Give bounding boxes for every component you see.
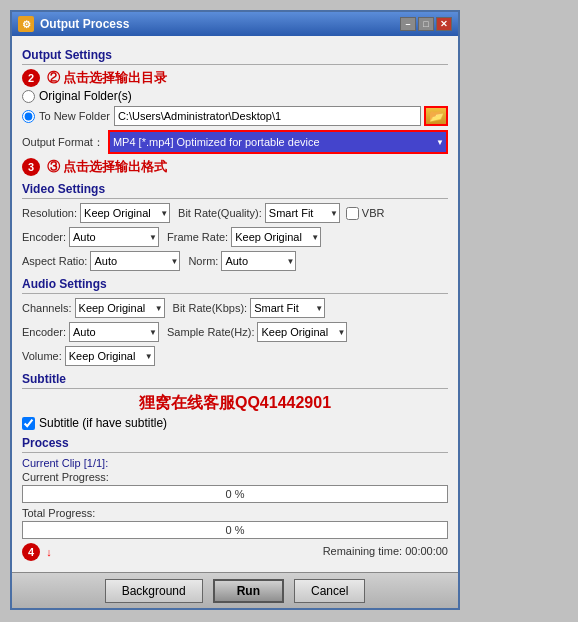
annotation-2: 2 ② 点击选择输出目录: [22, 70, 167, 85]
subtitle-header: Subtitle: [22, 372, 448, 389]
output-process-window: ⚙ Output Process – □ ✕ Output Settings 2…: [10, 10, 460, 610]
audio-encoder-select-wrapper: Auto: [69, 322, 159, 342]
encoder-select-wrapper: Auto: [69, 227, 159, 247]
audio-encoder-label: Encoder:: [22, 326, 66, 338]
current-progress-label: Current Progress:: [22, 471, 448, 483]
aspect-select-wrapper: Auto: [90, 251, 180, 271]
format-label: Output Format：: [22, 135, 104, 150]
remaining-time: Remaining time: 00:00:00: [52, 545, 448, 557]
output-format-row: Output Format： MP4 [*.mp4] Optimized for…: [22, 130, 448, 154]
norm-select-wrapper: Auto: [221, 251, 296, 271]
framerate-group: Frame Rate: Keep Original: [167, 227, 321, 247]
video-settings-header: Video Settings: [22, 182, 448, 199]
samplerate-label: Sample Rate(Hz):: [167, 326, 254, 338]
original-folder-label: Original Folder(s): [39, 89, 132, 103]
channels-select-wrapper: Keep Original: [75, 298, 165, 318]
resolution-select[interactable]: Keep Original: [80, 203, 170, 223]
bitrate-select[interactable]: Smart Fit: [265, 203, 340, 223]
run-button[interactable]: Run: [213, 579, 284, 603]
framerate-label: Frame Rate:: [167, 231, 228, 243]
encoder-row: Encoder: Auto Frame Rate: Keep Original: [22, 227, 448, 247]
encoder-group: Encoder: Auto: [22, 227, 159, 247]
to-new-folder-radio[interactable]: [22, 110, 35, 123]
audio-encoder-select[interactable]: Auto: [69, 322, 159, 342]
close-button[interactable]: ✕: [436, 17, 452, 31]
annotation-4-area: 4 ↓: [22, 543, 52, 561]
encoder-label: Encoder:: [22, 231, 66, 243]
output-settings-header: Output Settings: [22, 48, 448, 65]
aspect-label: Aspect Ratio:: [22, 255, 87, 267]
background-button[interactable]: Background: [105, 579, 203, 603]
process-header: Process: [22, 436, 448, 453]
content-area: Output Settings 2 ② 点击选择输出目录 Original Fo…: [12, 36, 458, 572]
resolution-label: Resolution:: [22, 207, 77, 219]
encoder-select[interactable]: Auto: [69, 227, 159, 247]
original-folder-option[interactable]: Original Folder(s): [22, 89, 448, 103]
cancel-button[interactable]: Cancel: [294, 579, 365, 603]
subtitle-checkbox[interactable]: [22, 417, 35, 430]
volume-group: Volume: Keep Original: [22, 346, 155, 366]
norm-label: Norm:: [188, 255, 218, 267]
channels-select[interactable]: Keep Original: [75, 298, 165, 318]
browse-folder-button[interactable]: 📂: [424, 106, 448, 126]
audio-bitrate-select-wrapper: Smart Fit: [250, 298, 325, 318]
bitrate-quality-group: Bit Rate(Quality): Smart Fit VBR: [178, 203, 384, 223]
format-select-wrapper: MP4 [*.mp4] Optimized for portable devic…: [108, 130, 448, 154]
vbr-checkbox[interactable]: [346, 207, 359, 220]
annotation-3: 3 ③ 点击选择输出格式: [22, 159, 167, 174]
total-progress-label: Total Progress:: [22, 507, 448, 519]
to-new-folder-row: To New Folder 📂: [22, 106, 448, 126]
audio-bitrate-label: Bit Rate(Kbps):: [173, 302, 248, 314]
volume-select-wrapper: Keep Original: [65, 346, 155, 366]
total-progress-value: 0 %: [226, 524, 245, 536]
total-progress-bar: 0 %: [22, 521, 448, 539]
vbr-label: VBR: [362, 207, 385, 219]
original-folder-radio[interactable]: [22, 90, 35, 103]
channels-label: Channels:: [22, 302, 72, 314]
subtitle-checkbox-row: Subtitle (if have subtitle): [22, 416, 448, 430]
audio-settings-header: Audio Settings: [22, 277, 448, 294]
aspect-select[interactable]: Auto: [90, 251, 180, 271]
aspect-group: Aspect Ratio: Auto: [22, 251, 180, 271]
format-select[interactable]: MP4 [*.mp4] Optimized for portable devic…: [110, 132, 446, 152]
samplerate-group: Sample Rate(Hz): Keep Original: [167, 322, 347, 342]
bitrate-quality-label: Bit Rate(Quality):: [178, 207, 262, 219]
current-progress-value: 0 %: [226, 488, 245, 500]
framerate-select[interactable]: Keep Original: [231, 227, 321, 247]
window-icon: ⚙: [18, 16, 34, 32]
norm-select[interactable]: Auto: [221, 251, 296, 271]
window-title: Output Process: [40, 17, 398, 31]
volume-label: Volume:: [22, 350, 62, 362]
audio-encoder-row: Encoder: Auto Sample Rate(Hz): Keep Orig…: [22, 322, 448, 342]
to-new-folder-label: To New Folder: [39, 110, 110, 122]
samplerate-select[interactable]: Keep Original: [257, 322, 347, 342]
volume-select[interactable]: Keep Original: [65, 346, 155, 366]
volume-row: Volume: Keep Original: [22, 346, 448, 366]
bitrate-select-wrapper: Smart Fit: [265, 203, 340, 223]
footer-bar: Background Run Cancel: [12, 572, 458, 608]
samplerate-select-wrapper: Keep Original: [257, 322, 347, 342]
subtitle-watermark: 狸窝在线客服QQ41442901: [22, 393, 448, 414]
folder-icon: 📂: [429, 109, 444, 123]
audio-bitrate-group: Bit Rate(Kbps): Smart Fit: [173, 298, 326, 318]
folder-path-input[interactable]: [114, 106, 421, 126]
maximize-button[interactable]: □: [418, 17, 434, 31]
annotation-4-circle: 4: [22, 543, 40, 561]
audio-bitrate-select[interactable]: Smart Fit: [250, 298, 325, 318]
channels-row: Channels: Keep Original Bit Rate(Kbps): …: [22, 298, 448, 318]
minimize-button[interactable]: –: [400, 17, 416, 31]
resolution-row: Resolution: Keep Original Bit Rate(Quali…: [22, 203, 448, 223]
channels-group: Channels: Keep Original: [22, 298, 165, 318]
current-progress-bar: 0 %: [22, 485, 448, 503]
resolution-select-wrapper: Keep Original: [80, 203, 170, 223]
audio-encoder-group: Encoder: Auto: [22, 322, 159, 342]
resolution-group: Resolution: Keep Original: [22, 203, 170, 223]
framerate-select-wrapper: Keep Original: [231, 227, 321, 247]
aspect-row: Aspect Ratio: Auto Norm: Auto: [22, 251, 448, 271]
norm-group: Norm: Auto: [188, 251, 296, 271]
title-bar: ⚙ Output Process – □ ✕: [12, 12, 458, 36]
current-clip-label: Current Clip [1/1]:: [22, 457, 448, 469]
subtitle-checkbox-label: Subtitle (if have subtitle): [39, 416, 167, 430]
